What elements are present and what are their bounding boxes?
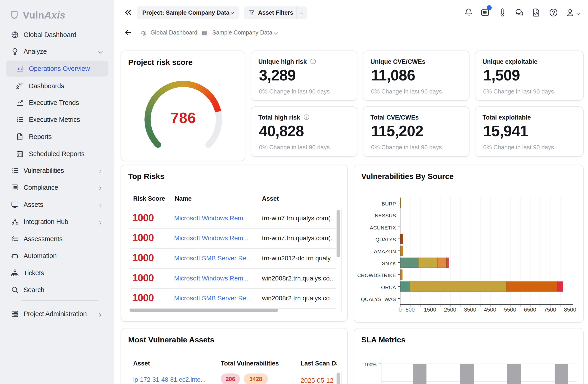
svg-text:1500: 1500 — [424, 307, 436, 313]
svg-text:AMAZON: AMAZON — [374, 249, 396, 254]
svg-text:ORCA: ORCA — [381, 285, 396, 290]
svg-text:0: 0 — [399, 307, 401, 313]
svg-text:3500: 3500 — [464, 307, 476, 313]
svg-text:CROWDSTRIKE: CROWDSTRIKE — [357, 272, 396, 278]
svg-text:BURP: BURP — [382, 201, 396, 207]
svg-text:ACUNETIX: ACUNETIX — [370, 225, 396, 231]
svg-text:QUALYS_WAS: QUALYS_WAS — [361, 296, 396, 302]
svg-text:2500: 2500 — [444, 307, 456, 313]
svg-text:QUALYS: QUALYS — [376, 237, 396, 243]
svg-text:8500: 8500 — [564, 307, 576, 313]
svg-text:SNYK: SNYK — [382, 261, 396, 266]
svg-text:100%: 100% — [364, 362, 377, 367]
svg-text:4500: 4500 — [484, 307, 496, 313]
svg-text:500: 500 — [405, 307, 415, 313]
svg-text:5500: 5500 — [504, 307, 516, 313]
svg-text:6500: 6500 — [524, 307, 536, 313]
svg-text:7500: 7500 — [544, 307, 556, 313]
svg-text:NESSUS: NESSUS — [375, 213, 396, 218]
